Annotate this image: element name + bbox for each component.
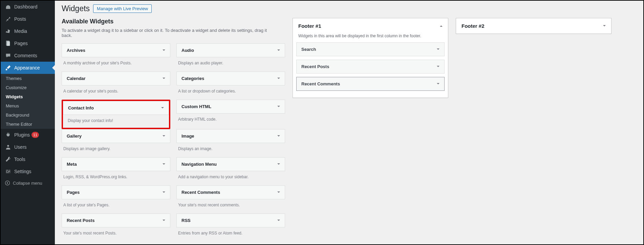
available-widget-contact-info: Contact InfoDisplay your contact info! xyxy=(62,100,170,129)
widget-head-rss[interactable]: RSS xyxy=(176,213,285,227)
available-widget-meta: MetaLogin, RSS, & WordPress.org links. xyxy=(62,157,170,185)
sidebar-item-posts[interactable]: Posts xyxy=(1,13,55,25)
submenu-theme-editor[interactable]: Theme Editor xyxy=(1,120,55,129)
pages-icon xyxy=(5,40,12,47)
widget-head-pages[interactable]: Pages xyxy=(62,185,170,199)
svg-point-2 xyxy=(7,145,9,147)
submenu-customize[interactable]: Customize xyxy=(1,83,55,92)
available-widget-archives: ArchivesA monthly archive of your site's… xyxy=(62,43,170,72)
sidebar-item-settings[interactable]: Settings xyxy=(1,165,55,178)
widget-description: A calendar of your site's posts. xyxy=(62,85,170,100)
widget-area-description: Widgets in this area will be displayed i… xyxy=(293,34,448,42)
sidebar-item-label: Posts xyxy=(14,16,26,22)
chevron-down-icon xyxy=(437,83,439,86)
widget-title: Custom HTML xyxy=(181,104,211,109)
widget-head-categories[interactable]: Categories xyxy=(176,72,285,85)
highlight-box: Contact InfoDisplay your contact info! xyxy=(62,100,170,129)
chevron-down-icon xyxy=(161,107,164,110)
sidebar-item-media[interactable]: Media xyxy=(1,25,55,37)
widget-description: A list or dropdown of categories. xyxy=(176,85,285,100)
widget-head-meta[interactable]: Meta xyxy=(62,157,170,171)
widget-title: Pages xyxy=(67,190,80,195)
widget-description: Displays an image gallery. xyxy=(62,143,170,157)
chevron-down-icon xyxy=(163,220,165,222)
chevron-up-icon xyxy=(440,24,443,27)
available-widgets-grid: ArchivesA monthly archive of your site's… xyxy=(62,43,285,242)
widget-area-footer-1-header[interactable]: Footer #1 xyxy=(293,18,448,34)
chevron-down-icon xyxy=(277,163,280,166)
placed-widget-header[interactable]: Recent Comments xyxy=(297,77,444,90)
widget-title: Recent Posts xyxy=(67,218,94,223)
sidebar-item-comments[interactable]: Comments xyxy=(1,49,55,62)
chevron-down-icon xyxy=(437,66,439,68)
chevron-down-icon xyxy=(277,191,280,194)
plug-icon xyxy=(5,131,12,138)
available-widgets-help: To activate a widget drag it to a sideba… xyxy=(62,28,278,38)
submenu-themes[interactable]: Themes xyxy=(1,74,55,83)
svg-rect-1 xyxy=(7,42,10,46)
submenu-background[interactable]: Background xyxy=(1,110,55,120)
widget-head-gallery[interactable]: Gallery xyxy=(62,129,170,143)
chevron-down-icon xyxy=(277,135,280,138)
available-widget-recent-comments: Recent CommentsYour site's most recent c… xyxy=(176,185,285,213)
collapse-menu-button[interactable]: Collapse menu xyxy=(1,178,55,188)
widget-head-recent-comments[interactable]: Recent Comments xyxy=(176,185,285,199)
widget-head-archives[interactable]: Archives xyxy=(62,43,170,57)
collapse-label: Collapse menu xyxy=(13,181,42,186)
sidebar-item-label: Appearance xyxy=(14,65,40,70)
placed-widget-search: Search xyxy=(296,42,445,56)
available-widget-gallery: GalleryDisplays an image gallery. xyxy=(62,129,170,157)
widget-description: Add a navigation menu to your sidebar. xyxy=(176,171,285,185)
widget-title: Categories xyxy=(181,76,204,81)
widget-head-audio[interactable]: Audio xyxy=(176,43,285,57)
widget-title: Image xyxy=(181,134,194,139)
widget-title: Contact Info xyxy=(68,105,94,110)
widget-area-footer-2-header[interactable]: Footer #2 xyxy=(456,18,611,34)
chevron-down-icon xyxy=(603,25,606,28)
available-widget-custom-html: Custom HTMLArbitrary HTML code. xyxy=(176,100,285,129)
widget-head-nav-menu[interactable]: Navigation Menu xyxy=(176,157,285,171)
widget-area-footer-2: Footer #2 xyxy=(456,18,611,34)
sidebar-item-users[interactable]: Users xyxy=(1,141,55,153)
available-widgets-heading: Available Widgets xyxy=(62,18,285,25)
sidebar-item-pages[interactable]: Pages xyxy=(1,37,55,49)
admin-sidebar: Dashboard Posts Media Pages Comments App… xyxy=(1,1,55,244)
sidebar-item-dashboard[interactable]: Dashboard xyxy=(1,1,55,13)
submenu-widgets[interactable]: Widgets xyxy=(1,92,55,101)
widget-head-contact-info[interactable]: Contact Info xyxy=(63,101,169,115)
widget-description: A list of your site's Pages. xyxy=(62,199,170,213)
placed-widget-title: Search xyxy=(301,47,316,52)
widget-area-column-2: Footer #2 xyxy=(456,18,611,41)
sidebar-item-label: Pages xyxy=(14,41,28,46)
sidebar-item-label: Media xyxy=(14,28,27,34)
widget-title: Recent Comments xyxy=(181,190,220,195)
submenu-menus[interactable]: Menus xyxy=(1,101,55,110)
widget-head-image[interactable]: Image xyxy=(176,129,285,143)
available-widget-rss: RSSEntries from any RSS or Atom feed. xyxy=(176,213,285,242)
sidebar-item-plugins[interactable]: Plugins 11 xyxy=(1,129,55,141)
widget-head-recent-posts[interactable]: Recent Posts xyxy=(62,213,170,227)
placed-widget-recent-comments: Recent Comments xyxy=(296,77,445,91)
content-area: Widgets Manage with Live Preview Availab… xyxy=(55,1,643,244)
sliders-icon xyxy=(5,168,12,175)
widget-description: Your site's most recent comments. xyxy=(176,199,285,213)
dashboard-icon xyxy=(5,3,12,10)
manage-live-preview-button[interactable]: Manage with Live Preview xyxy=(93,4,152,13)
available-widget-pages: PagesA list of your site's Pages. xyxy=(62,185,170,213)
widget-title: Archives xyxy=(67,48,85,53)
available-widget-calendar: CalendarA calendar of your site's posts. xyxy=(62,72,170,100)
placed-widget-title: Recent Comments xyxy=(301,81,340,86)
sidebar-item-appearance[interactable]: Appearance xyxy=(1,62,55,74)
placed-widget-header[interactable]: Search xyxy=(297,43,444,56)
available-widget-image: ImageDisplays an image. xyxy=(176,129,285,157)
widget-area-title: Footer #2 xyxy=(461,23,485,29)
widget-head-calendar[interactable]: Calendar xyxy=(62,72,170,85)
widget-description: Displays an image. xyxy=(176,143,285,157)
sidebar-item-tools[interactable]: Tools xyxy=(1,153,55,165)
appearance-submenu: Themes Customize Widgets Menus Backgroun… xyxy=(1,74,55,129)
placed-widget-header[interactable]: Recent Posts xyxy=(297,60,444,73)
widget-head-custom-html[interactable]: Custom HTML xyxy=(176,100,285,114)
widget-title: Calendar xyxy=(67,76,86,81)
widget-title: Meta xyxy=(67,162,77,167)
widget-area-title: Footer #1 xyxy=(298,23,321,29)
